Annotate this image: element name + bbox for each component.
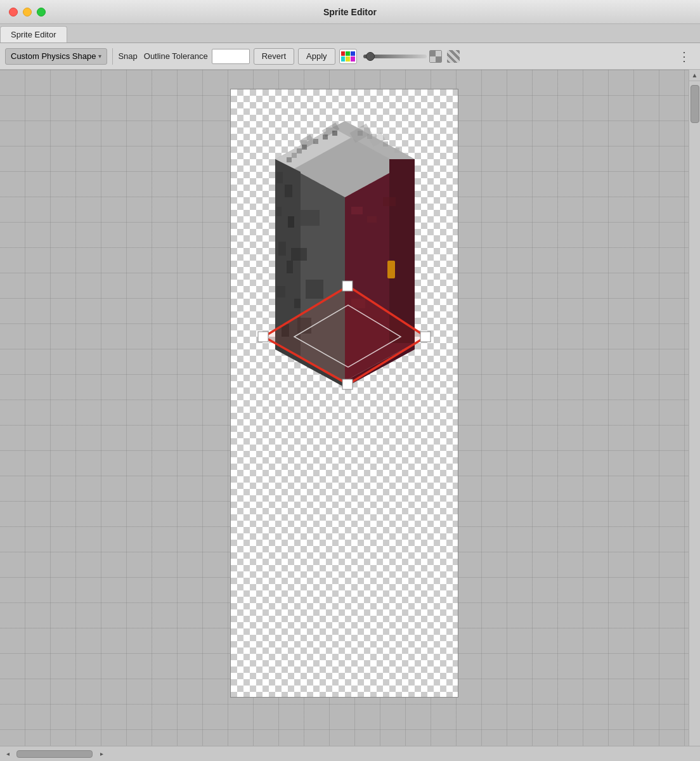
main-area: ▲ <box>0 70 700 746</box>
toolbar: Custom Physics Shape ▾ Snap Outline Tole… <box>0 43 700 70</box>
window-title: Sprite Editor <box>323 7 377 17</box>
swatch-red <box>341 51 346 56</box>
scroll-left-arrow[interactable]: ◂ <box>3 749 13 759</box>
minimize-button[interactable] <box>23 8 32 16</box>
physics-shape-overlay <box>231 89 458 445</box>
title-bar: Sprite Editor <box>0 0 700 24</box>
scroll-up-arrow[interactable]: ▲ <box>689 70 700 81</box>
more-menu-button[interactable]: ⋮ <box>674 49 695 64</box>
swatch-green <box>346 51 350 56</box>
svg-rect-47 <box>420 332 431 342</box>
swatch-cyan <box>341 56 346 62</box>
tab-sprite-editor[interactable]: Sprite Editor <box>0 26 67 42</box>
maximize-button[interactable] <box>37 8 46 16</box>
outline-tolerance-label: Outline Tolerance <box>144 51 208 61</box>
window-controls <box>9 8 46 16</box>
close-button[interactable] <box>9 8 18 16</box>
scroll-right-arrow[interactable]: ▸ <box>96 749 107 759</box>
swatch-blue <box>351 51 355 56</box>
checker-icon <box>429 50 442 63</box>
toolbar-divider-1 <box>112 48 113 65</box>
swatch-yellow <box>346 56 350 62</box>
color-swatch-grid <box>341 51 355 62</box>
zoom-slider-thumb[interactable] <box>366 52 375 61</box>
scrollbar-horizontal[interactable]: ◂ ▸ <box>0 746 700 761</box>
svg-rect-45 <box>342 281 353 291</box>
scrollbar-vertical[interactable]: ▲ <box>689 70 700 746</box>
alpha-icon <box>447 50 460 63</box>
outline-tolerance-input[interactable]: 0 <box>212 49 250 64</box>
tab-bar: Sprite Editor <box>0 24 700 43</box>
swatch-magenta <box>351 56 355 62</box>
svg-rect-46 <box>258 332 268 342</box>
scroll-thumb-vertical[interactable] <box>690 85 699 123</box>
svg-rect-48 <box>342 379 353 389</box>
revert-button[interactable]: Revert <box>254 48 294 65</box>
dropdown-arrow-icon: ▾ <box>98 53 101 60</box>
zoom-slider-area <box>363 50 442 63</box>
color-swatch-button[interactable] <box>339 49 357 64</box>
scroll-thumb-horizontal[interactable] <box>16 750 93 758</box>
physics-shape-label: Custom Physics Shape <box>11 51 96 61</box>
apply-button[interactable]: Apply <box>298 48 335 65</box>
canvas-area[interactable] <box>0 70 689 746</box>
tab-label: Sprite Editor <box>11 30 56 39</box>
physics-shape-dropdown[interactable]: Custom Physics Shape ▾ <box>5 48 107 65</box>
snap-label: Snap <box>118 51 137 61</box>
sprite-canvas[interactable] <box>230 89 458 698</box>
zoom-slider-track[interactable] <box>363 55 427 58</box>
svg-marker-43 <box>264 286 426 384</box>
